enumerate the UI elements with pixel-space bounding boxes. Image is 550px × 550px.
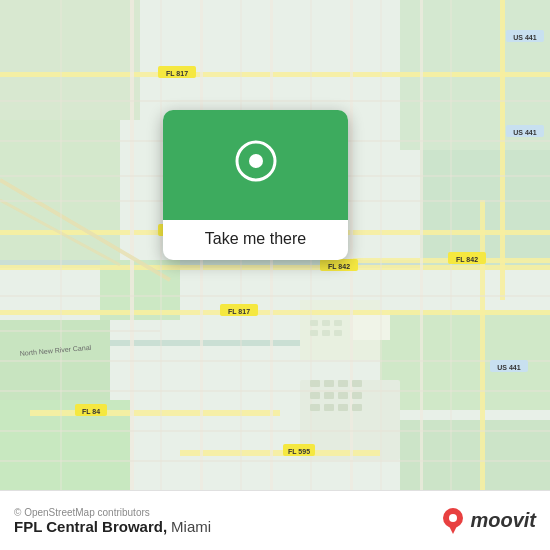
svg-rect-40 [0,430,550,432]
svg-rect-27 [350,0,353,490]
svg-rect-53 [334,330,342,336]
svg-rect-38 [0,360,550,362]
svg-rect-54 [310,380,320,387]
svg-text:FL 842: FL 842 [328,263,350,270]
svg-rect-57 [352,380,362,387]
svg-rect-64 [338,404,348,411]
svg-marker-91 [448,524,458,534]
svg-rect-23 [480,200,485,490]
svg-rect-15 [0,72,550,77]
svg-rect-52 [322,330,330,336]
svg-rect-62 [310,404,320,411]
svg-rect-22 [500,0,505,300]
svg-rect-61 [352,392,362,399]
svg-rect-65 [352,404,362,411]
svg-rect-59 [324,392,334,399]
take-me-there-button[interactable]: Take me there [163,220,348,260]
svg-text:US 441: US 441 [513,129,536,136]
svg-rect-42 [60,0,62,490]
svg-rect-41 [0,460,550,462]
svg-rect-49 [322,320,330,326]
bottom-left: © OpenStreetMap contributors FPL Central… [14,507,211,535]
moovit-logo: moovit [440,506,536,536]
svg-text:FL 817: FL 817 [228,308,250,315]
svg-text:FL 817: FL 817 [166,70,188,77]
svg-rect-37 [0,330,160,332]
location-title: FPL Central Broward, [14,518,167,535]
svg-text:FL 595: FL 595 [288,448,310,455]
svg-rect-31 [0,100,550,102]
svg-point-90 [449,514,457,522]
svg-rect-17 [0,310,550,315]
popup-green-area [163,110,348,220]
svg-point-88 [249,154,263,168]
svg-rect-48 [310,320,318,326]
svg-text:US 441: US 441 [513,34,536,41]
svg-text:FL 842: FL 842 [456,256,478,263]
city-name: Miami [171,518,211,535]
svg-rect-39 [0,390,550,392]
location-pin-icon [232,139,280,191]
svg-rect-20 [30,410,280,416]
svg-rect-28 [420,0,423,490]
svg-rect-56 [338,380,348,387]
svg-rect-58 [310,392,320,399]
svg-text:FL 84: FL 84 [82,408,100,415]
svg-rect-36 [0,295,550,297]
moovit-pin-icon [440,506,466,536]
bottom-bar: © OpenStreetMap contributors FPL Central… [0,490,550,550]
map-container: FL 817 FL 817 FL 817 FL 842 FL 842 US 44… [0,0,550,490]
svg-rect-47 [450,0,452,490]
svg-rect-50 [334,320,342,326]
popup-card: Take me there [163,110,348,260]
location-info: FPL Central Broward, Miami [14,518,211,535]
svg-rect-55 [324,380,334,387]
svg-text:US 441: US 441 [497,364,520,371]
svg-rect-51 [310,330,318,336]
attribution-text: © OpenStreetMap contributors [14,507,211,518]
svg-rect-46 [380,0,382,490]
moovit-text: moovit [470,509,536,532]
svg-rect-63 [324,404,334,411]
svg-rect-18 [0,265,550,270]
svg-rect-60 [338,392,348,399]
svg-rect-24 [130,0,134,490]
